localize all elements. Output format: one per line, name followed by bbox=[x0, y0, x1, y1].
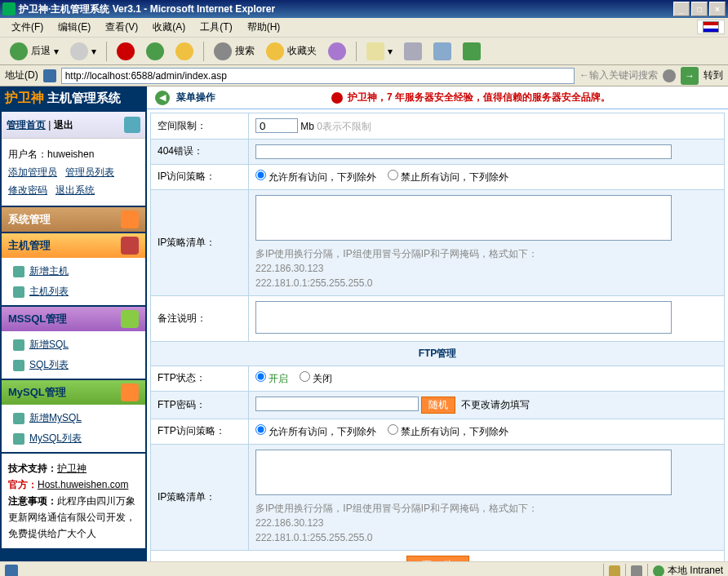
ftp-allow-radio[interactable]: 允许所有访问，下列除外 bbox=[255, 426, 376, 437]
official-label: 官方： bbox=[8, 479, 38, 490]
username-label: 用户名： bbox=[8, 148, 47, 160]
tech-link[interactable]: 护卫神 bbox=[57, 463, 87, 474]
stop-button[interactable] bbox=[112, 39, 140, 64]
ftp-ip-list-label: IP策略清单： bbox=[151, 444, 249, 550]
app-icon bbox=[2, 2, 16, 16]
ftp-deny-radio[interactable]: 禁止所有访问，下列除外 bbox=[388, 426, 508, 437]
back-button[interactable]: 后退▾ bbox=[5, 39, 64, 64]
ip-policy-label: IP访问策略： bbox=[151, 164, 249, 189]
remark-textarea[interactable] bbox=[255, 301, 672, 334]
ip-list-textarea[interactable] bbox=[255, 195, 672, 241]
edit-icon bbox=[433, 42, 451, 60]
ip-deny-radio[interactable]: 禁止所有访问，下列除外 bbox=[388, 171, 508, 183]
menu-file[interactable]: 文件(F) bbox=[5, 18, 50, 37]
home-link[interactable]: 管理首页 bbox=[7, 119, 46, 131]
stop-icon bbox=[117, 42, 135, 60]
content: 护卫神 主机管理系统 管理首页 | 退出 用户名：huweishen 添加管理员… bbox=[0, 86, 728, 561]
sidebar-item-host-list[interactable]: 主机列表 bbox=[2, 281, 145, 302]
favorites-button[interactable]: 收藏夹 bbox=[261, 39, 322, 64]
back-label: 后退 bbox=[31, 44, 51, 58]
go-button[interactable]: → bbox=[681, 67, 699, 85]
home-icon bbox=[175, 42, 193, 60]
search-icon[interactable] bbox=[663, 69, 676, 82]
home-button[interactable] bbox=[171, 39, 198, 64]
sidebar-item-mysql-list[interactable]: MySQL列表 bbox=[2, 428, 145, 449]
menubar: 文件(F) 编辑(E) 查看(V) 收藏(A) 工具(T) 帮助(H) bbox=[0, 18, 728, 38]
maximize-button[interactable]: □ bbox=[691, 2, 708, 16]
form-table: 空间限制： Mb 0表示不限制 404错误： IP访问策略： 允许所有访问，下列… bbox=[150, 113, 725, 561]
section-mysql: MySQL管理 新增MySQL MySQL列表 bbox=[2, 380, 145, 452]
ftp-pwd-input[interactable] bbox=[255, 397, 419, 411]
section-host-header[interactable]: 主机管理 bbox=[2, 233, 145, 258]
add-icon bbox=[13, 266, 24, 277]
section-mssql: MSSQL管理 新增SQL SQL列表 bbox=[2, 307, 145, 379]
brand-name: 主机管理系统 bbox=[47, 91, 121, 106]
messenger-button[interactable] bbox=[458, 39, 486, 64]
ftp-random-button[interactable]: 随机 bbox=[421, 397, 455, 414]
separator bbox=[106, 42, 107, 61]
list-icon bbox=[13, 286, 24, 298]
menu-view[interactable]: 查看(V) bbox=[99, 18, 144, 37]
db-icon bbox=[121, 310, 139, 328]
official-link[interactable]: Host.huweishen.com bbox=[38, 479, 128, 490]
section-mssql-title: MSSQL管理 bbox=[8, 312, 67, 326]
err404-input[interactable] bbox=[255, 144, 672, 159]
forward-button[interactable]: ▾ bbox=[65, 39, 101, 64]
section-host-title: 主机管理 bbox=[8, 238, 51, 253]
breadcrumb: 菜单操作 bbox=[176, 91, 215, 104]
sidebar-item-add-sql[interactable]: 新增SQL bbox=[2, 335, 145, 355]
ip-list-label: IP策略清单： bbox=[151, 189, 249, 295]
username-value: huweishen bbox=[47, 148, 94, 160]
refresh-button[interactable] bbox=[141, 39, 169, 64]
page-icon bbox=[43, 69, 56, 82]
history-button[interactable] bbox=[323, 39, 351, 64]
edit-button[interactable] bbox=[428, 39, 456, 64]
submit-button[interactable]: 更 改 bbox=[406, 556, 469, 562]
close-button[interactable]: × bbox=[709, 2, 726, 16]
search-label: 搜索 bbox=[235, 44, 255, 58]
section-host: 主机管理 新增主机 主机列表 bbox=[2, 233, 145, 305]
addressbar: 地址(D) ←输入关键词搜索 → 转到 bbox=[0, 65, 728, 86]
admin-list-link[interactable]: 管理员列表 bbox=[65, 166, 114, 178]
ftp-pwd-label: FTP密码： bbox=[151, 391, 249, 419]
err404-label: 404错误： bbox=[151, 139, 249, 164]
space-limit-input[interactable] bbox=[255, 118, 298, 133]
minimize-button[interactable]: _ bbox=[673, 2, 690, 16]
shield-icon bbox=[331, 92, 343, 104]
section-system-header[interactable]: 系统管理 bbox=[2, 207, 145, 232]
space-hint: 0表示不限制 bbox=[317, 121, 371, 132]
address-input[interactable] bbox=[61, 68, 575, 84]
privacy-icon bbox=[631, 565, 642, 577]
ftp-ip-list-textarea[interactable] bbox=[255, 450, 672, 495]
toolbar: 后退▾ ▾ 搜索 收藏夹 ▾ bbox=[0, 38, 728, 65]
refresh-icon bbox=[146, 42, 164, 60]
logout-link[interactable]: 退出 bbox=[54, 119, 73, 131]
cube-icon bbox=[121, 237, 139, 255]
add-admin-link[interactable]: 添加管理员 bbox=[8, 166, 57, 178]
menu-edit[interactable]: 编辑(E) bbox=[51, 18, 97, 37]
menu-tools[interactable]: 工具(T) bbox=[193, 18, 238, 37]
back-icon[interactable]: ◀ bbox=[155, 91, 170, 105]
sidebar-item-sql-list[interactable]: SQL列表 bbox=[2, 355, 145, 375]
ftp-on-radio[interactable]: 开启 bbox=[255, 373, 288, 384]
ip-allow-radio[interactable]: 允许所有访问，下列除外 bbox=[255, 171, 376, 183]
change-password-link[interactable]: 修改密码 bbox=[8, 184, 47, 196]
brand: 护卫神 主机管理系统 bbox=[0, 86, 147, 110]
search-button[interactable]: 搜索 bbox=[209, 39, 260, 64]
mail-button[interactable]: ▾ bbox=[362, 39, 397, 64]
exit-system-link[interactable]: 退出系统 bbox=[55, 184, 95, 196]
mail-icon bbox=[366, 42, 384, 60]
menu-favorites[interactable]: 收藏(A) bbox=[146, 18, 192, 37]
ftp-off-radio[interactable]: 关闭 bbox=[300, 373, 332, 384]
remark-label: 备注说明： bbox=[151, 295, 249, 341]
messenger-icon bbox=[463, 42, 481, 60]
print-button[interactable] bbox=[399, 39, 427, 64]
section-mssql-header[interactable]: MSSQL管理 bbox=[2, 307, 145, 331]
sidebar-item-add-host[interactable]: 新增主机 bbox=[2, 261, 145, 281]
sidebar-item-add-mysql[interactable]: 新增MySQL bbox=[2, 408, 145, 428]
user-panel: 管理首页 | 退出 用户名：huweishen 添加管理员管理员列表 修改密码退… bbox=[2, 112, 145, 206]
section-mysql-header[interactable]: MySQL管理 bbox=[2, 380, 145, 405]
list-icon bbox=[13, 433, 24, 445]
list-icon bbox=[13, 360, 24, 371]
menu-help[interactable]: 帮助(H) bbox=[241, 18, 287, 37]
